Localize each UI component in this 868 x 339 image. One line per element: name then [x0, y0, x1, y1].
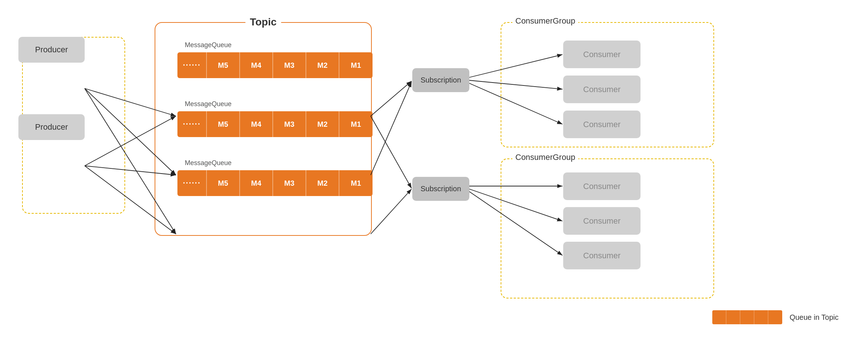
arrow-mq1-sub1 [371, 81, 412, 116]
consumer-2-3: Consumer [563, 242, 641, 269]
arrow-mq2-sub1 [371, 82, 412, 175]
consumer-group-2-label: ConsumerGroup [512, 153, 578, 162]
subscription-1-label: Subscription [420, 76, 461, 84]
producer-2: Producer [18, 114, 85, 140]
consumer-1-1: Consumer [563, 41, 641, 68]
legend-cell-5 [768, 310, 782, 324]
topic-label: Topic [246, 16, 281, 28]
subscription-2: Subscription [412, 177, 469, 201]
mq-cell-m4-1: M4 [240, 52, 273, 78]
mq-row-1: ······ M5 M4 M3 M2 M1 [177, 52, 373, 78]
mq-cell-dots-2: ······ [177, 111, 207, 137]
producer-1: Producer [18, 37, 85, 63]
mq-cell-m5-1: M5 [207, 52, 240, 78]
legend-cell-1 [712, 310, 726, 324]
arrow-mq3-sub2 [371, 189, 412, 234]
mq-cell-m5-2: M5 [207, 111, 240, 137]
legend-cell-2 [726, 310, 740, 324]
mq-cell-m1-1: M1 [339, 52, 373, 78]
consumer-2-2: Consumer [563, 207, 641, 235]
consumer-2-1: Consumer [563, 172, 641, 200]
mq-cell-m4-3: M4 [240, 170, 273, 196]
consumer-2-1-label: Consumer [583, 182, 620, 191]
mq-cell-m2-2: M2 [306, 111, 339, 137]
mq-cell-m2-1: M2 [306, 52, 339, 78]
consumer-group-1-label: ConsumerGroup [512, 16, 578, 26]
mq-row-2: ······ M5 M4 M3 M2 M1 [177, 111, 373, 137]
mq-cell-dots-1: ······ [177, 52, 207, 78]
mq-cell-m2-3: M2 [306, 170, 339, 196]
mq-cell-m1-3: M1 [339, 170, 373, 196]
mq-label-1: MessageQueue [185, 41, 232, 49]
mq-cell-m4-2: M4 [240, 111, 273, 137]
legend-cell-4 [754, 310, 768, 324]
subscription-2-label: Subscription [420, 185, 461, 193]
mq-cell-m3-1: M3 [273, 52, 306, 78]
subscription-1: Subscription [412, 68, 469, 92]
legend-queue [712, 310, 782, 324]
legend: Queue in Topic [712, 310, 839, 324]
mq-cell-m3-2: M3 [273, 111, 306, 137]
consumer-1-3-label: Consumer [583, 120, 620, 129]
mq-cell-m1-2: M1 [339, 111, 373, 137]
consumer-2-2-label: Consumer [583, 216, 620, 226]
consumer-1-1-label: Consumer [583, 50, 620, 59]
mq-row-3: ······ M5 M4 M3 M2 M1 [177, 170, 373, 196]
consumer-1-2-label: Consumer [583, 85, 620, 94]
mq-label-3: MessageQueue [185, 159, 232, 167]
mq-cell-m5-3: M5 [207, 170, 240, 196]
legend-label: Queue in Topic [790, 313, 839, 322]
arrows-svg [0, 0, 868, 339]
mq-cell-m3-3: M3 [273, 170, 306, 196]
consumer-1-3: Consumer [563, 111, 641, 138]
arrow-mq1-sub2 [371, 116, 412, 188]
topic-group: Topic MessageQueue ······ M5 M4 M3 M2 M1… [155, 22, 372, 236]
diagram-container: Producer Producer Topic MessageQueue ···… [0, 0, 868, 339]
legend-cell-3 [740, 310, 754, 324]
producer-2-label: Producer [35, 122, 68, 132]
mq-label-2: MessageQueue [185, 100, 232, 108]
consumer-1-2: Consumer [563, 76, 641, 103]
consumer-2-3-label: Consumer [583, 251, 620, 261]
producer-1-label: Producer [35, 45, 68, 55]
mq-cell-dots-3: ······ [177, 170, 207, 196]
